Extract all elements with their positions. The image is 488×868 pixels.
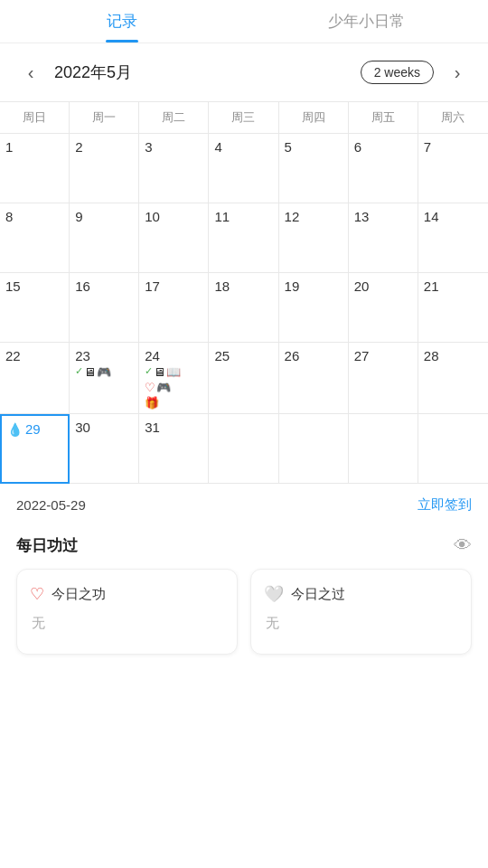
table-row[interactable]: 18 (209, 273, 278, 343)
table-row[interactable]: 26 (279, 343, 349, 414)
gamepad-icon: 🎮 (156, 381, 171, 394)
table-row[interactable]: 4 (209, 134, 278, 203)
table-row[interactable]: 12 (279, 203, 349, 273)
demerit-card: 🤍 今日之过 无 (250, 569, 472, 655)
table-row[interactable]: 15 (0, 273, 70, 343)
tab-bar: 记录 少年小日常 (0, 0, 488, 43)
table-row[interactable]: 💧 29 (0, 414, 70, 484)
table-row[interactable] (209, 414, 278, 484)
weekday-tue: 周二 (139, 102, 209, 134)
table-row[interactable]: 27 (349, 343, 418, 414)
table-row[interactable]: 11 (209, 203, 278, 273)
water-drop-icon: 💧 (7, 422, 23, 437)
next-month-button[interactable]: › (441, 56, 474, 89)
date-bar: 2022-05-29 立即签到 (0, 484, 488, 519)
table-row[interactable] (279, 414, 349, 484)
table-row[interactable]: 7 (418, 134, 488, 203)
weekday-mon: 周一 (70, 102, 139, 134)
monitor-icon: 🖥 (154, 365, 165, 379)
weekday-sat: 周六 (418, 102, 488, 134)
check-icon: ✓ (145, 365, 153, 379)
table-row[interactable]: 23 ✓ 🖥 🎮 (70, 343, 139, 414)
table-row[interactable] (349, 414, 418, 484)
table-row[interactable]: 31 (139, 414, 209, 484)
heart-outline-icon: 🤍 (264, 584, 284, 604)
demerit-label: 今日之过 (291, 586, 345, 603)
demerit-value: 无 (264, 615, 458, 632)
calendar-title: 2022年5月 (54, 61, 353, 83)
gift-icon: 🎁 (145, 396, 159, 410)
table-row[interactable]: 3 (139, 134, 209, 203)
tab-daily[interactable]: 少年小日常 (244, 11, 488, 42)
daily-section-header: 每日功过 👁 (0, 519, 488, 569)
table-row[interactable]: 8 (0, 203, 70, 273)
weeks-toggle-button[interactable]: 2 weeks (361, 61, 434, 84)
signin-button[interactable]: 立即签到 (418, 496, 472, 514)
table-row[interactable]: 16 (70, 273, 139, 343)
daily-section-title: 每日功过 (16, 535, 78, 556)
table-row[interactable]: 25 (209, 343, 278, 414)
heart-icon: ♡ (30, 584, 44, 604)
table-row[interactable]: 9 (70, 203, 139, 273)
book-icon: 📖 (166, 365, 181, 379)
table-row[interactable]: 5 (279, 134, 349, 203)
gamepad-icon: 🎮 (97, 365, 111, 379)
table-row[interactable]: 30 (70, 414, 139, 484)
table-row[interactable]: 1 (0, 134, 70, 203)
table-row[interactable]: 28 (418, 343, 488, 414)
check-icon: ✓ (75, 365, 83, 379)
table-row[interactable]: 2 (70, 134, 139, 203)
table-row[interactable] (418, 414, 488, 484)
merit-label: 今日之功 (52, 586, 106, 603)
prev-month-button[interactable]: ‹ (14, 56, 47, 89)
weekday-wed: 周三 (209, 102, 278, 134)
table-row[interactable]: 20 (349, 273, 418, 343)
table-row[interactable]: 21 (418, 273, 488, 343)
weekday-sun: 周日 (0, 102, 70, 134)
selected-date: 2022-05-29 (16, 497, 86, 513)
table-row[interactable]: 19 (279, 273, 349, 343)
table-row[interactable]: 24 ✓ 🖥 📖 ♡ 🎮 🎁 (139, 343, 209, 414)
weekday-fri: 周五 (349, 102, 418, 134)
table-row[interactable]: 13 (349, 203, 418, 273)
table-row[interactable]: 10 (139, 203, 209, 273)
heart-icon: ♡ (145, 381, 155, 394)
calendar-nav: ‹ 2022年5月 2 weeks › (0, 43, 488, 101)
table-row[interactable]: 22 (0, 343, 70, 414)
merit-card: ♡ 今日之功 无 (16, 569, 238, 655)
eye-icon[interactable]: 👁 (454, 535, 472, 556)
tab-record[interactable]: 记录 (0, 11, 244, 42)
weekday-thu: 周四 (279, 102, 349, 134)
table-row[interactable]: 17 (139, 273, 209, 343)
daily-cards: ♡ 今日之功 无 🤍 今日之过 无 (0, 569, 488, 655)
monitor-icon: 🖥 (84, 365, 96, 379)
merit-value: 无 (30, 615, 224, 632)
calendar-weekdays: 周日 周一 周二 周三 周四 周五 周六 (0, 101, 488, 134)
table-row[interactable]: 6 (349, 134, 418, 203)
table-row[interactable]: 14 (418, 203, 488, 273)
calendar-grid: 1 2 3 4 5 6 7 8 9 10 11 12 13 14 15 16 1… (0, 134, 488, 484)
